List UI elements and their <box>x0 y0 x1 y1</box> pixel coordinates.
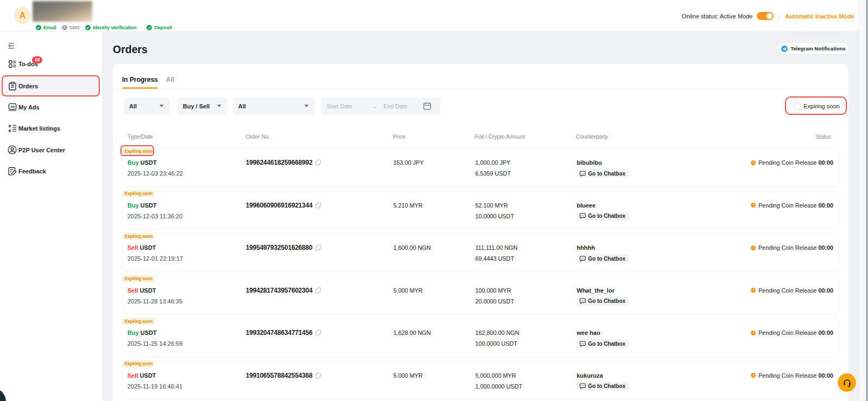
svg-text:AD: AD <box>10 105 15 108</box>
